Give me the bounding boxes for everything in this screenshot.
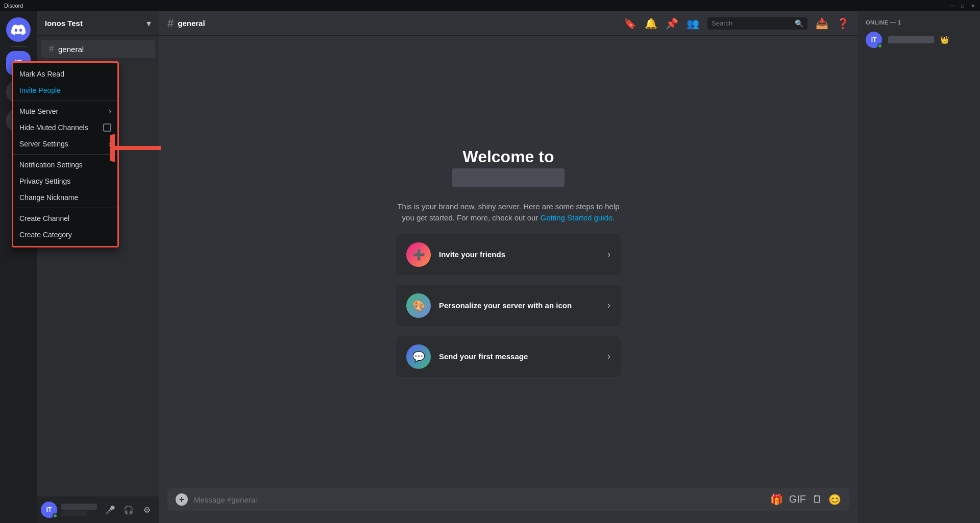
channel-title: # general xyxy=(167,17,205,30)
user-info xyxy=(61,504,98,516)
user-avatar: IT xyxy=(41,502,57,518)
personalize-action[interactable]: 🎨 Personalize your server with an icon › xyxy=(396,285,621,326)
member-crown-icon: 👑 xyxy=(940,36,949,44)
ctx-divider-1 xyxy=(13,101,117,101)
topbar-hash-icon: # xyxy=(167,17,174,30)
hide-muted-checkbox[interactable] xyxy=(103,123,111,132)
welcome-subtitle: This is your brand new, shiny server. He… xyxy=(396,201,621,224)
microphone-button[interactable]: 🎤 xyxy=(102,502,118,518)
app-container: IT + 🧭 Ionos Test ▾ # general IT xyxy=(0,11,980,523)
headphone-button[interactable]: 🎧 xyxy=(120,502,137,518)
server-header[interactable]: Ionos Test ▾ xyxy=(37,11,159,36)
user-name xyxy=(61,504,97,510)
help-icon[interactable]: ❓ xyxy=(837,17,849,30)
member-online-dot xyxy=(877,43,883,48)
ctx-hide-muted[interactable]: Hide Muted Channels xyxy=(13,119,117,136)
message-input[interactable]: + Message #general 🎁 GIF 🗒 😊 xyxy=(167,488,849,511)
welcome-title: Welcome to xyxy=(452,147,565,191)
first-message-action[interactable]: 💬 Send your first message › xyxy=(396,336,621,377)
ctx-notification-settings[interactable]: Notification Settings xyxy=(13,157,117,173)
topbar-channel-name: general xyxy=(178,19,205,28)
search-icon: 🔍 xyxy=(795,19,803,28)
member-item[interactable]: IT 👑 xyxy=(862,30,976,50)
minimize-button[interactable]: ─ xyxy=(949,3,955,9)
context-menu: Mark As Read Invite People Mute Server ›… xyxy=(12,61,119,247)
ctx-divider-2 xyxy=(13,154,117,155)
topbar: # general 🔖 🔔 📌 👥 Search 🔍 📥 ❓ xyxy=(159,11,857,36)
user-controls: 🎤 🎧 ⚙ xyxy=(102,502,155,518)
message-placeholder: Message #general xyxy=(194,495,764,504)
inbox-icon[interactable]: 📥 xyxy=(816,17,828,30)
members-icon[interactable]: 👥 xyxy=(687,17,699,30)
message-icons: 🎁 GIF 🗒 😊 xyxy=(770,493,841,506)
personalize-chevron-icon: › xyxy=(607,300,610,311)
sticker-icon[interactable]: 🗒 xyxy=(812,493,822,506)
boost-icon[interactable]: 🔖 xyxy=(624,17,636,30)
personalize-icon: 🎨 xyxy=(406,293,431,318)
welcome-center: Welcome to This is your brand new, shiny… xyxy=(396,147,621,377)
maximize-button[interactable]: □ xyxy=(960,3,966,9)
message-chevron-icon: › xyxy=(607,351,610,362)
ctx-mark-as-read[interactable]: Mark As Read xyxy=(13,66,117,82)
server-settings-arrow-icon: › xyxy=(109,140,111,148)
pin-icon[interactable]: 📌 xyxy=(666,17,678,30)
titlebar: Discord ─ □ ✕ xyxy=(0,0,980,11)
invite-friends-action[interactable]: ➕ Invite your friends › xyxy=(396,234,621,275)
members-header: ONLINE — 1 xyxy=(862,19,976,26)
search-bar[interactable]: Search 🔍 xyxy=(707,17,807,30)
getting-started-link[interactable]: Getting Started guide xyxy=(541,213,613,222)
invite-chevron-icon: › xyxy=(607,249,610,260)
channel-hash-icon: # xyxy=(49,44,54,55)
message-input-area: + Message #general 🎁 GIF 🗒 😊 xyxy=(159,488,857,523)
mute-server-arrow-icon: › xyxy=(109,107,111,115)
ctx-create-channel[interactable]: Create Channel xyxy=(13,210,117,227)
invite-friends-icon: ➕ xyxy=(406,242,431,267)
ctx-privacy-settings[interactable]: Privacy Settings xyxy=(13,173,117,189)
app-title: Discord xyxy=(4,3,23,9)
right-sidebar: ONLINE — 1 IT 👑 xyxy=(857,11,980,523)
ctx-change-nickname[interactable]: Change Nickname xyxy=(13,189,117,206)
channel-item-general[interactable]: # general xyxy=(41,40,155,58)
user-area: IT 🎤 🎧 ⚙ xyxy=(37,496,159,523)
gif-icon[interactable]: GIF xyxy=(789,493,806,506)
channel-name: general xyxy=(58,45,84,54)
server-divider xyxy=(10,46,27,47)
personalize-label: Personalize your server with an icon xyxy=(439,301,599,310)
user-status-dot xyxy=(53,513,58,518)
ctx-server-settings[interactable]: Server Settings › xyxy=(13,136,117,152)
discord-home-icon[interactable] xyxy=(6,17,31,42)
emoji-icon[interactable]: 😊 xyxy=(828,493,841,506)
user-tag xyxy=(61,511,87,516)
first-message-icon: 💬 xyxy=(406,344,431,369)
settings-button[interactable]: ⚙ xyxy=(139,502,155,518)
server-name: Ionos Test xyxy=(45,19,83,28)
chevron-down-icon: ▾ xyxy=(146,18,151,29)
invite-friends-label: Invite your friends xyxy=(439,250,599,259)
topbar-icons: 🔖 🔔 📌 👥 Search 🔍 📥 ❓ xyxy=(624,17,849,30)
notification-icon[interactable]: 🔔 xyxy=(645,17,657,30)
ctx-invite-people[interactable]: Invite People xyxy=(13,82,117,98)
server-name-blurred xyxy=(452,168,565,187)
ctx-create-category[interactable]: Create Category xyxy=(13,227,117,243)
first-message-label: Send your first message xyxy=(439,352,599,361)
ctx-mute-server[interactable]: Mute Server › xyxy=(13,103,117,119)
member-name-blurred xyxy=(888,36,934,43)
search-placeholder: Search xyxy=(712,19,791,27)
chat-area: Welcome to This is your brand new, shiny… xyxy=(159,36,857,488)
main-content: # general 🔖 🔔 📌 👥 Search 🔍 📥 ❓ xyxy=(159,11,857,523)
add-attachment-button[interactable]: + xyxy=(176,493,188,506)
gift-icon[interactable]: 🎁 xyxy=(770,493,783,506)
member-avatar: IT xyxy=(866,32,882,48)
window-controls: ─ □ ✕ xyxy=(949,3,976,9)
close-button[interactable]: ✕ xyxy=(970,3,976,9)
ctx-divider-3 xyxy=(13,208,117,208)
